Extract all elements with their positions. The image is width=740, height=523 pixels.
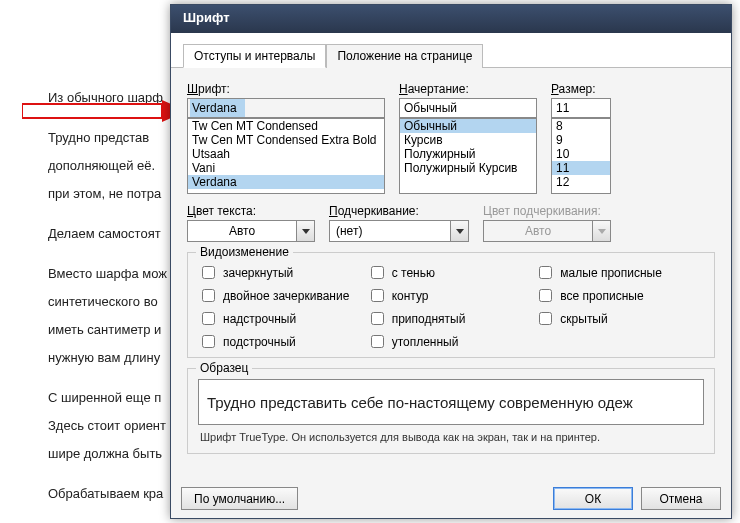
style-label: Начертание: [399, 82, 537, 96]
chevron-down-icon [456, 229, 464, 234]
list-item[interactable]: Полужирный [400, 147, 536, 161]
chk-strike[interactable]: зачеркнутый [198, 263, 367, 282]
ulcolor-label: Цвет подчеркивания: [483, 204, 611, 218]
sample-preview: Трудно представить себе по-настоящему со… [198, 379, 704, 425]
list-item[interactable]: Полужирный Курсив [400, 161, 536, 175]
size-label: Размер: [551, 82, 611, 96]
underline-label: Подчеркивание: [329, 204, 469, 218]
list-item[interactable]: Tw Cen MT Condensed Extra Bold [188, 133, 384, 147]
chk-subscript[interactable]: подстрочный [198, 332, 367, 351]
list-item[interactable]: Vani [188, 161, 384, 175]
chk-smallcaps[interactable]: малые прописные [535, 263, 704, 282]
dialog-title: Шрифт [171, 5, 731, 33]
effects-legend: Видоизменение [196, 245, 293, 259]
dropdown-button [592, 221, 610, 241]
red-arrow-annotation [22, 100, 187, 122]
list-item[interactable]: Utsaah [188, 147, 384, 161]
ok-button[interactable]: ОК [553, 487, 633, 510]
list-item[interactable]: 11 [552, 161, 610, 175]
cancel-button[interactable]: Отмена [641, 487, 721, 510]
font-list[interactable]: Tw Cen MT Condensed Tw Cen MT Condensed … [187, 118, 385, 194]
font-dialog: Шрифт Отступы и интервалы Положение на с… [170, 4, 732, 519]
list-item[interactable]: Tw Cen MT Condensed [188, 119, 384, 133]
default-button[interactable]: По умолчанию... [181, 487, 298, 510]
size-input[interactable] [551, 98, 611, 118]
chevron-down-icon [598, 229, 606, 234]
ulcolor-combo: Авто [483, 220, 611, 242]
style-list[interactable]: Обычный Курсив Полужирный Полужирный Кур… [399, 118, 537, 194]
chk-dstrike[interactable]: двойное зачеркивание [198, 286, 367, 305]
list-item[interactable]: 10 [552, 147, 610, 161]
color-combo[interactable]: Авто [187, 220, 315, 242]
tab-position[interactable]: Положение на странице [326, 44, 483, 68]
font-hint: Шрифт TrueType. Он используется для выво… [200, 431, 702, 443]
sample-legend: Образец [196, 361, 252, 375]
underline-combo[interactable]: (нет) [329, 220, 469, 242]
chk-engrave[interactable]: утопленный [367, 332, 536, 351]
list-item[interactable]: Verdana [188, 175, 384, 189]
size-list[interactable]: 8 9 10 11 12 [551, 118, 611, 194]
chk-superscript[interactable]: надстрочный [198, 309, 367, 328]
list-item[interactable]: Курсив [400, 133, 536, 147]
dropdown-button[interactable] [450, 221, 468, 241]
dropdown-button[interactable] [296, 221, 314, 241]
chk-shadow[interactable]: с тенью [367, 263, 536, 282]
chk-hidden[interactable]: скрытый [535, 309, 704, 328]
svg-rect-0 [22, 104, 162, 118]
tabstrip: Отступы и интервалы Положение на страниц… [171, 33, 731, 68]
sample-group: Образец Трудно представить себе по-насто… [187, 368, 715, 454]
color-label: Цвет текста: [187, 204, 315, 218]
list-item[interactable]: 8 [552, 119, 610, 133]
list-item[interactable]: 9 [552, 133, 610, 147]
chk-emboss[interactable]: приподнятый [367, 309, 536, 328]
chk-allcaps[interactable]: все прописные [535, 286, 704, 305]
list-item[interactable]: 12 [552, 175, 610, 189]
font-label: Шрифт: [187, 82, 385, 96]
effects-group: Видоизменение зачеркнутый с тенью малые … [187, 252, 715, 358]
font-input[interactable] [187, 98, 385, 118]
chevron-down-icon [302, 229, 310, 234]
list-item[interactable]: Обычный [400, 119, 536, 133]
tab-indents[interactable]: Отступы и интервалы [183, 44, 326, 68]
style-input[interactable] [399, 98, 537, 118]
chk-outline[interactable]: контур [367, 286, 536, 305]
